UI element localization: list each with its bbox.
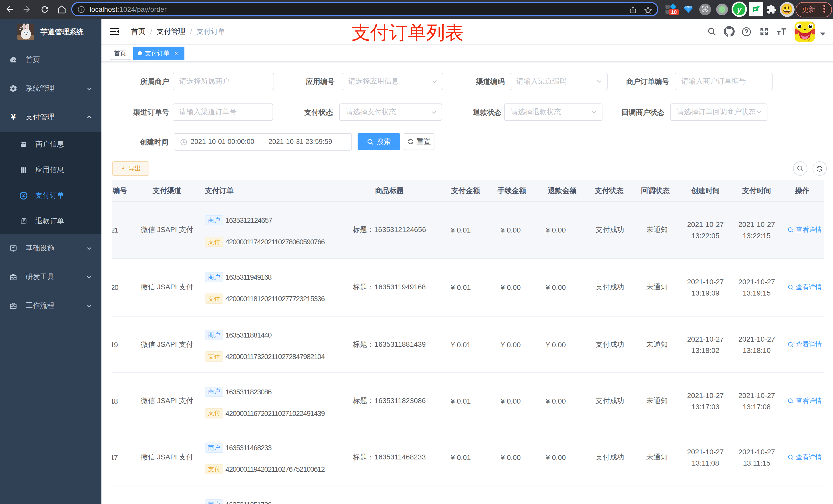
svg-text:¥: ¥	[22, 193, 25, 198]
